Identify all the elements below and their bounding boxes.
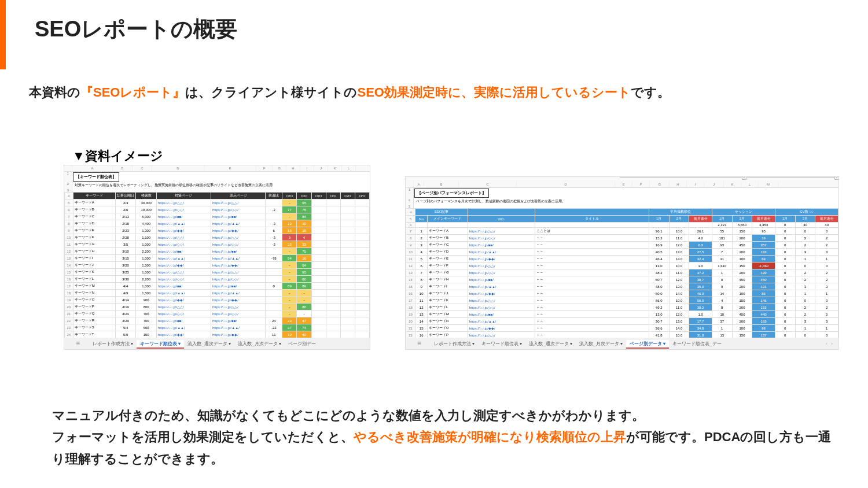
hamburger-icon[interactable]: ≡	[417, 339, 421, 347]
table-row: 5キーワードA2/330,000https://○○.jp/△△/https:/…	[65, 199, 370, 206]
table-row: 22キーワードR4/29700https://○○.jp/■■/https://…	[65, 317, 370, 324]
table-row: 1812キーワードLhttps://○○.jp/◇◇/～～49.211.038.…	[406, 304, 838, 311]
table-row: 8キーワードD2/184,400https://○○.jp/▲▲/https:/…	[65, 220, 370, 227]
sheet2-desc: ページ別のパフォーマンスを月次で計測し、数値変動の要因の把握および改善策の立案に…	[414, 198, 568, 205]
table-row: 1711キーワードKhttps://○○.jp/△△/～～66.010.056.…	[406, 297, 838, 304]
table-row: 126キーワードFhttps://○○.jp/△△/～～13.010.03.01…	[406, 263, 838, 269]
table-row: 148キーワードHhttps://○○.jp/■■/～～50.712.038.7…	[406, 276, 838, 283]
sheet-tab[interactable]: ページ別デー	[285, 340, 319, 347]
table-row: 159キーワードIhttps://○○.jp/▲▲/～～48.013.035.0…	[406, 283, 838, 290]
sheet-tab[interactable]: 流入数_月次データ ▾	[234, 340, 285, 347]
table-row: 2014キーワードNhttps://○○.jp/▲▲/～～30.713.017.…	[406, 318, 838, 325]
table-row: 15キーワードK3/251,000https://○○.jp/△△/https:…	[65, 269, 370, 276]
table-row: 71キーワードAhttps://○○.jp/△△/△△とは36.110.026.…	[406, 228, 838, 235]
table-row: 23キーワードS5/4500https://○○.jp/▲▲/https://○…	[65, 324, 370, 331]
table-row: 20キーワードP4/19800https://○○.jp/△△/https://…	[65, 304, 370, 310]
accent-bar	[0, 0, 6, 69]
column-letters: ABCDEFGHIJKLM	[406, 182, 838, 188]
subtitle: 本資料の『SEOレポート』は、クライアント様サイトのSEO効果測定時に、実際に活…	[29, 84, 670, 101]
table-row: 104キーワードDhttps://○○.jp/▲▲/～～40.513.027.5…	[406, 249, 838, 256]
sheet1-desc: 対策キーワードの順位を週次でレポーティングし、施策実施前後の順位推移の確認や記事…	[72, 182, 275, 188]
table-row: 115キーワードEhttps://○○.jp/◆◆/～～46.414.032.4…	[406, 256, 838, 263]
sheet-tab[interactable]: 流入数_週次データ ▾	[525, 340, 576, 347]
spreadsheet-page-performance: − − ABCDEFGHIJKLM 1【ページ別パフォーマンスレポート】 2ペー…	[405, 176, 839, 350]
table-row: 16キーワードL3/302,200https://○○.jp/◇◇/https:…	[65, 276, 370, 283]
hamburger-icon[interactable]: ≡	[76, 339, 80, 347]
table-row: 9キーワードE2/231,300https://○○.jp/◆◆/https:/…	[65, 227, 370, 234]
table-row: 12キーワードH3/102,200https://○○.jp/■■/https:…	[65, 248, 370, 255]
sheet2-tabs: ≡ レポート作成方法 ▾キーワード順位表 ▾流入数_週次データ ▾流入数_月次デ…	[406, 338, 838, 349]
sheet-tab[interactable]: ページ別データ ▾	[626, 340, 669, 349]
table-row: 82キーワードBhttps://○○.jp/◇◇/～～15.211.04.218…	[406, 235, 838, 242]
table-row: 19キーワードO4/14900https://○○.jp/◆◆/https://…	[65, 297, 370, 304]
table-row: 13キーワードI3/151,000https://○○.jp/▲▲/https:…	[65, 255, 370, 262]
sheet2-title: 【ページ別パフォーマンスレポート】	[414, 188, 489, 198]
sheet-tab[interactable]: 流入数_月次データ ▾	[576, 340, 626, 347]
table-row: 17キーワードM4/41,000https://○○.jp/■■/https:/…	[65, 283, 370, 290]
table-row: 10キーワードF2/281,100https://○○.jp/△△/https:…	[65, 234, 370, 241]
table-row: 62,1975,6503,45304040	[406, 223, 838, 228]
sheet-tab[interactable]: レポート作成方法 ▾	[89, 340, 137, 347]
scroll-arrows[interactable]: ‹ ›	[826, 341, 833, 346]
sheet-tab[interactable]: キーワード順位表 ▾	[137, 340, 184, 349]
table-row: 137キーワードGhttps://○○.jp/◇◇/～～48.211.037.2…	[406, 269, 838, 276]
table-row: 93キーワードChttps://○○.jp/■■/～～16.912.06.393…	[406, 242, 838, 249]
table-row: 2115キーワードOhttps://○○.jp/◆◆/～～36.614.034.…	[406, 325, 838, 332]
sheet-tab[interactable]: 流入数_週次データ ▾	[184, 340, 234, 347]
table-row: 11キーワードG3/51,000https://○○.jp/◇◇/https:/…	[65, 241, 370, 248]
page-title: SEOレポートの概要	[35, 14, 237, 44]
sheet2-table: 4SEO記事平均掲載順位セッションCV数 ○○ 5NoメインキーワードURLタイ…	[406, 208, 838, 350]
sheet1-table: 4キーワード記事公開日検索数対策ページ表示ページ前週比O/OO/OO/OO/OO…	[64, 192, 370, 350]
spreadsheet-keyword-rank: ABCDEFGHIJKL 1 【キーワード順位表】 2対策キーワードの順位を週次…	[64, 165, 370, 350]
sheet1-tabs: ≡ レポート作成方法 ▾キーワード順位表 ▾流入数_週次データ ▾流入数_月次デ…	[64, 338, 370, 349]
column-letters: ABCDEFGHIJKL	[64, 165, 370, 172]
table-row: 24キーワードT5/9150https://○○.jp/◆◆/https://○…	[65, 331, 370, 338]
image-label: ▼資料イメージ	[72, 147, 163, 165]
description: マニュアル付きのため、知識がなくてもどこにどのような数値を入力し測定すべきかがわ…	[52, 405, 833, 469]
table-row: 1913キーワードMhttps://○○.jp/■■/～～13.012.01.0…	[406, 311, 838, 318]
table-row: 7キーワードC2/135,000https://○○.jp/■■/https:/…	[65, 213, 370, 220]
sheet-tab[interactable]: レポート作成方法 ▾	[431, 340, 478, 347]
sheet-tab[interactable]: キーワード順位表_デー	[669, 340, 724, 347]
table-row: 21キーワードQ4/24700https://○○.jp/◇◇/https://…	[65, 310, 370, 317]
table-row: 14キーワードJ3/201,500https://○○.jp/◆◆/https:…	[65, 262, 370, 269]
sheet-tab[interactable]: キーワード順位表 ▾	[478, 340, 525, 347]
table-row: 18キーワードN4/91,500https://○○.jp/▲▲/https:/…	[65, 290, 370, 297]
table-row: 1610キーワードJhttps://○○.jp/◆◆/～～60.014.046.…	[406, 290, 838, 297]
table-row: 6キーワードB2/610,000https://○○.jp/◇◇/https:/…	[65, 206, 370, 213]
sheet1-title: 【キーワード順位表】	[73, 172, 119, 182]
